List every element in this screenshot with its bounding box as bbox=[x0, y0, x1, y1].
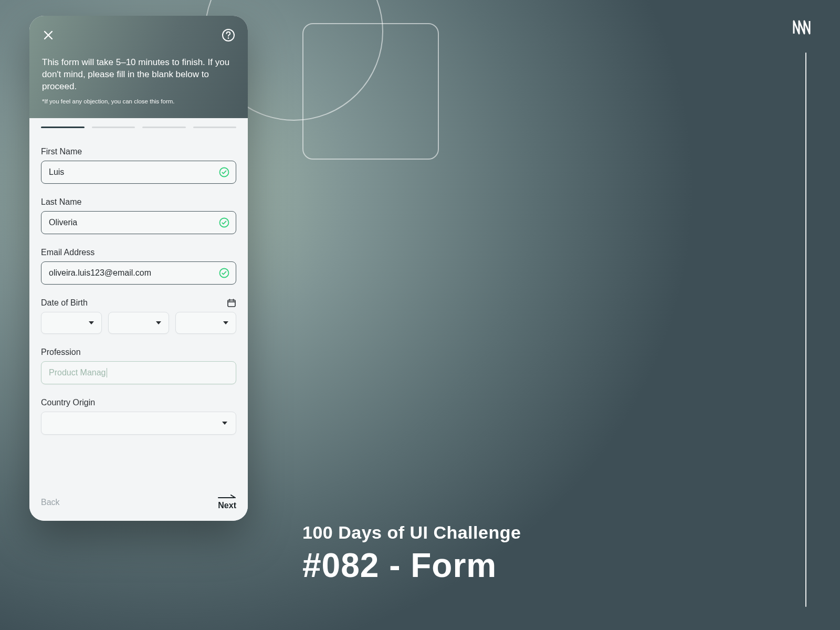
chevron-down-icon bbox=[89, 321, 94, 324]
calendar-icon[interactable] bbox=[227, 298, 236, 308]
decorative-vertical-line bbox=[805, 52, 806, 607]
next-button[interactable]: Next bbox=[217, 495, 236, 510]
text-cursor-icon bbox=[107, 368, 108, 377]
progress-stepper bbox=[41, 127, 236, 128]
help-icon[interactable] bbox=[222, 28, 235, 42]
country-label: Country Origin bbox=[41, 398, 236, 407]
chevron-down-icon bbox=[156, 321, 161, 324]
email-label: Email Address bbox=[41, 248, 236, 257]
step-3 bbox=[142, 127, 186, 128]
last-name-value: Oliveria bbox=[49, 218, 77, 227]
chevron-down-icon bbox=[223, 321, 228, 324]
next-label: Next bbox=[218, 501, 236, 510]
first-name-label: First Name bbox=[41, 147, 236, 156]
chevron-down-icon bbox=[222, 422, 227, 425]
first-name-value: Luis bbox=[49, 167, 64, 177]
last-name-input[interactable]: Oliveria bbox=[41, 211, 236, 234]
country-select[interactable] bbox=[41, 412, 236, 435]
challenge-caption: 100 Days of UI Challenge #082 - Form bbox=[302, 522, 521, 585]
dob-year-select[interactable] bbox=[175, 312, 236, 334]
profession-value: Product Manag bbox=[49, 368, 106, 377]
profession-label: Profession bbox=[41, 348, 236, 357]
intro-note: *If you feel any objection, you can clos… bbox=[42, 98, 235, 104]
email-value: oliveira.luis123@email.com bbox=[49, 268, 151, 278]
close-icon[interactable] bbox=[42, 29, 55, 41]
step-1 bbox=[41, 127, 85, 128]
field-country: Country Origin bbox=[41, 398, 236, 435]
field-profession: Profession Product Manag bbox=[41, 348, 236, 384]
challenge-title: #082 - Form bbox=[302, 546, 521, 585]
dob-month-select[interactable] bbox=[108, 312, 169, 334]
decorative-square bbox=[302, 23, 439, 160]
form-card: This form will take 5–10 minutes to fini… bbox=[29, 16, 248, 521]
dob-label-text: Date of Birth bbox=[41, 298, 88, 308]
form-footer-nav: Back Next bbox=[41, 484, 236, 510]
challenge-subtitle: 100 Days of UI Challenge bbox=[302, 522, 521, 543]
step-4 bbox=[193, 127, 237, 128]
step-2 bbox=[92, 127, 135, 128]
arrow-right-icon bbox=[217, 495, 236, 500]
back-button[interactable]: Back bbox=[41, 498, 60, 507]
field-dob: Date of Birth bbox=[41, 298, 236, 334]
last-name-label: Last Name bbox=[41, 197, 236, 207]
intro-text: This form will take 5–10 minutes to fini… bbox=[42, 57, 235, 93]
check-circle-icon bbox=[219, 217, 229, 228]
check-circle-icon bbox=[219, 167, 229, 177]
dob-day-select[interactable] bbox=[41, 312, 102, 334]
dob-label: Date of Birth bbox=[41, 298, 236, 308]
field-last-name: Last Name Oliveria bbox=[41, 197, 236, 234]
profession-input[interactable]: Product Manag bbox=[41, 361, 236, 384]
first-name-input[interactable]: Luis bbox=[41, 161, 236, 184]
card-header: This form will take 5–10 minutes to fini… bbox=[29, 16, 248, 118]
card-body: First Name Luis Last Name Oliveria Email… bbox=[29, 118, 248, 521]
svg-point-1 bbox=[228, 37, 229, 39]
email-input[interactable]: oliveira.luis123@email.com bbox=[41, 261, 236, 285]
check-circle-icon bbox=[219, 268, 229, 278]
field-first-name: First Name Luis bbox=[41, 147, 236, 184]
brand-logo-icon bbox=[793, 19, 816, 35]
field-email: Email Address oliveira.luis123@email.com bbox=[41, 248, 236, 285]
svg-rect-5 bbox=[228, 300, 235, 307]
